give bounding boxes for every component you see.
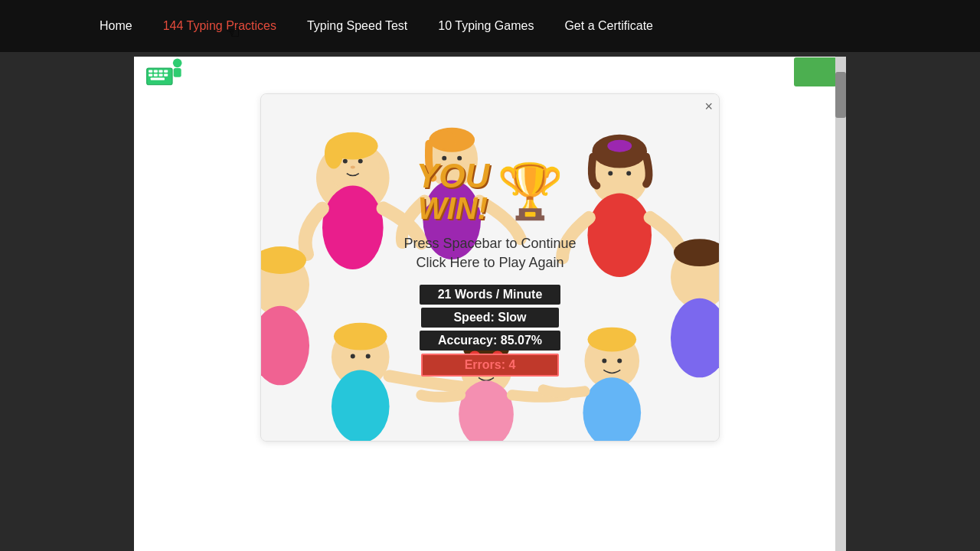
play-again-link[interactable]: Click Here to Play Again <box>375 255 605 271</box>
svg-point-19 <box>351 166 355 169</box>
errors-stat: Errors: 4 <box>421 354 559 377</box>
svg-point-54 <box>617 358 622 363</box>
svg-rect-5 <box>149 74 152 77</box>
nav-typing-speed-test[interactable]: Typing Speed Test <box>307 19 407 33</box>
svg-rect-8 <box>164 74 168 77</box>
svg-point-41 <box>351 354 355 359</box>
nav-menu: Home 144 Typing Practices Typing Speed T… <box>100 19 653 33</box>
svg-point-30 <box>608 171 612 176</box>
nav-typing-practices[interactable]: 144 Typing Practices <box>163 19 276 33</box>
press-spacebar-text: Press Spacebar to Continue <box>375 236 605 252</box>
svg-point-29 <box>607 140 632 152</box>
svg-rect-2 <box>153 70 157 73</box>
site-logo <box>143 57 185 90</box>
accuracy-stat: Accuracy: 85.07% <box>420 331 560 350</box>
cta-button[interactable] <box>794 57 837 86</box>
scrollbar[interactable] <box>835 57 846 551</box>
nav-typing-games[interactable]: 10 Typing Games <box>438 19 534 33</box>
svg-rect-6 <box>153 74 157 77</box>
stats-block: 21 Words / Minute Speed: Slow Accuracy: … <box>375 285 605 377</box>
browser-top-bar <box>134 57 846 87</box>
nav-get-certificate[interactable]: Get a Certificate <box>564 19 653 33</box>
nav-home[interactable]: Home <box>100 19 132 33</box>
svg-point-42 <box>366 354 371 359</box>
svg-point-43 <box>332 370 390 441</box>
svg-point-31 <box>626 171 631 176</box>
svg-rect-1 <box>149 70 152 73</box>
svg-point-18 <box>358 159 363 164</box>
words-per-minute-stat: 21 Words / Minute <box>420 285 561 305</box>
svg-point-20 <box>322 185 384 269</box>
win-overlay: YOU WIN! 🏆 Press Spacebar to Continue Cl… <box>375 159 605 377</box>
speed-stat: Speed: Slow <box>421 308 559 328</box>
navigation-bar: Home 144 Typing Practices Typing Speed T… <box>0 0 980 52</box>
svg-rect-7 <box>158 74 162 77</box>
you-win-text: YOU WIN! <box>416 159 489 223</box>
game-area[interactable]: × <box>260 93 720 442</box>
keyboard-icon <box>145 57 184 87</box>
browser-window: × <box>134 57 846 551</box>
svg-point-16 <box>325 139 343 169</box>
trophy-icon: 🏆 <box>497 165 564 218</box>
svg-point-23 <box>433 131 456 149</box>
svg-rect-4 <box>164 70 168 73</box>
svg-rect-9 <box>150 78 164 80</box>
you-win-area: YOU WIN! 🏆 <box>375 159 605 223</box>
svg-point-17 <box>343 159 348 164</box>
logo-area <box>143 57 185 90</box>
svg-point-10 <box>172 59 181 68</box>
scrollbar-thumb[interactable] <box>835 72 846 118</box>
close-button[interactable]: × <box>704 99 713 115</box>
main-content: × <box>0 52 980 551</box>
svg-rect-3 <box>158 70 162 73</box>
svg-rect-11 <box>173 68 181 77</box>
